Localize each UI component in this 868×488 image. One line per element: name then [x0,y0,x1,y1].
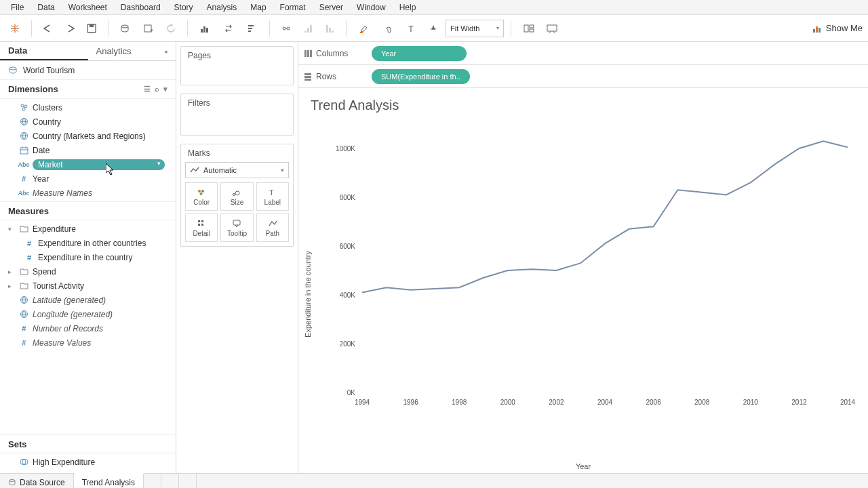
menu-format[interactable]: Format [273,1,313,14]
sort-desc-icon[interactable] [320,19,339,38]
svg-point-76 [9,479,15,481]
chart-type-icon[interactable] [195,19,216,38]
tab-data[interactable]: Data [0,42,88,60]
menu-dashboard[interactable]: Dashboard [114,1,167,14]
rows-shelf[interactable]: Rows SUM(Expenditure in th.. [298,65,868,88]
sets-header: Sets [0,434,176,453]
field-expenditure-in-the-country[interactable]: #Expenditure in the country [0,250,176,264]
field-measure-names[interactable]: AbcMeasure Names [0,186,176,200]
mark-detail-button[interactable]: Detail [185,214,218,242]
mark-color-button[interactable]: Color [185,182,218,211]
pages-card[interactable]: Pages [180,46,294,85]
refresh-icon[interactable] [161,19,180,38]
show-cards-icon[interactable] [518,19,540,38]
svg-point-63 [235,191,239,195]
viz-title[interactable]: Trend Analysis [298,88,868,117]
menu-data[interactable]: Data [31,1,61,14]
columns-shelf[interactable]: Columns Year [298,42,868,65]
chart-area[interactable]: Expenditure in the country 0K200K400K600… [298,117,868,462]
field-tourist-activity[interactable]: ▸Tourist Activity [0,279,176,293]
columns-pill-year[interactable]: Year [372,46,467,61]
rows-pill-expenditure[interactable]: SUM(Expenditure in th.. [372,69,470,84]
field-country[interactable]: Country [0,115,176,129]
highlight-icon[interactable] [353,19,375,38]
datasource-icon [8,66,18,75]
presentation-icon[interactable] [542,19,561,38]
menu-map[interactable]: Map [243,1,273,14]
svg-text:T: T [408,24,414,33]
pin-icon[interactable] [424,19,443,38]
mark-label-button[interactable]: TLabel [256,182,289,211]
view-list-icon[interactable]: ☰ [144,85,151,94]
redo-icon[interactable] [60,19,79,38]
menu-icon[interactable]: ▾ [163,85,167,94]
tab-datasource[interactable]: Data Source [0,474,74,488]
field-latitude-generated-[interactable]: Latitude (generated) [0,293,176,307]
fit-mode-label: Fit Width [450,24,479,33]
undo-icon[interactable] [39,19,58,38]
svg-line-3 [16,25,18,27]
y-tick: 200K [328,340,355,348]
sort-asc-icon[interactable] [298,19,317,38]
new-worksheet-tab-icon[interactable] [144,474,161,488]
tab-analytics[interactable]: Analytics◂ [88,42,176,60]
fit-dropdown[interactable]: Fit Width▾ [446,20,504,37]
swap-icon[interactable] [219,19,238,38]
group-icon[interactable] [277,19,296,38]
x-tick: 2010 [743,399,758,406]
sort-icon[interactable] [241,19,262,38]
dimensions-list: ClustersCountryCountry (Markets and Regi… [0,99,176,201]
field-longitude-generated-[interactable]: Longitude (generated) [0,307,176,321]
filters-card[interactable]: Filters [180,94,294,136]
x-tick: 1996 [403,399,418,406]
svg-rect-14 [248,25,254,26]
svg-rect-34 [813,29,815,33]
save-icon[interactable] [82,19,101,38]
mark-type-dropdown[interactable]: Automatic▾ [185,162,289,178]
field-country-markets-and-regions-[interactable]: Country (Markets and Regions) [0,129,176,143]
field-spend[interactable]: ▸Spend [0,264,176,279]
search-icon[interactable]: ⌕ [155,85,159,94]
datasource-label: World Tourism [23,66,75,75]
field-high-expenditure[interactable]: High Expenditure [0,455,176,469]
menu-analysis[interactable]: Analysis [200,1,244,14]
svg-rect-24 [329,28,331,33]
svg-rect-28 [524,25,528,32]
new-dashboard-tab-icon[interactable] [161,474,179,488]
mark-tooltip-button[interactable]: Tooltip [220,214,253,242]
menu-window[interactable]: Window [350,1,393,14]
field-market[interactable]: AbcMarket [0,157,176,171]
new-datasource-icon[interactable] [115,19,134,38]
menu-worksheet[interactable]: Worksheet [62,1,114,14]
attach-icon[interactable] [378,19,399,38]
new-story-tab-icon[interactable] [179,474,197,488]
x-tick: 1998 [452,399,467,406]
field-year[interactable]: #Year [0,171,176,186]
svg-rect-20 [304,30,307,33]
text-label-icon[interactable]: T [402,19,421,38]
field-clusters[interactable]: Clusters [0,100,176,115]
svg-point-38 [21,104,24,107]
field-date[interactable]: Date [0,143,176,157]
new-worksheet-icon[interactable]: ▾ [137,19,159,38]
svg-rect-13 [206,28,208,33]
datasource-row[interactable]: World Tourism [0,61,176,80]
field-expenditure[interactable]: ▾Expenditure [0,222,176,236]
menu-server[interactable]: Server [313,1,350,14]
tableau-logo-icon[interactable] [5,19,24,38]
toolbar: ▾ T Fit Width▾ Show Me [0,15,868,42]
menu-help[interactable]: Help [393,1,423,14]
mark-size-button[interactable]: Size [220,182,253,211]
svg-point-59 [198,190,201,192]
tab-sheet-trend[interactable]: Trend Analysis [74,473,144,488]
field-measure-values[interactable]: #Measure Values [0,336,176,350]
show-me-button[interactable]: Show Me [812,23,863,33]
field-expenditure-in-other-countries[interactable]: #Expenditure in other countries [0,236,176,250]
globe-icon [19,131,28,141]
menu-file[interactable]: File [4,1,31,14]
field-number-of-records[interactable]: #Number of Records [0,321,176,336]
menu-story[interactable]: Story [167,1,200,14]
show-me-label: Show Me [826,23,863,33]
mark-path-button[interactable]: Path [256,214,289,242]
x-tick: 2006 [646,399,660,406]
